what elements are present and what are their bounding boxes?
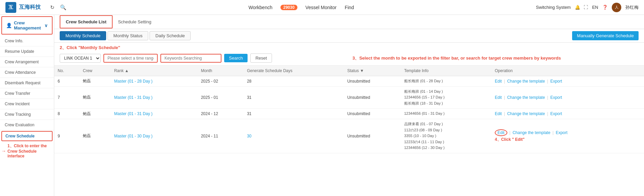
bell-icon[interactable]: 🔔 bbox=[575, 5, 580, 10]
table-header: No. Crew Rank ▲ Month Generate Schedule … bbox=[54, 66, 644, 76]
cell-month: 2025 - 01 bbox=[197, 86, 243, 109]
cell-operations: Edit | Change the template | Export bbox=[491, 76, 644, 87]
edit-link[interactable]: Edit bbox=[495, 111, 502, 116]
tab-monthly-status[interactable]: Monthly Status bbox=[108, 31, 148, 40]
logo-text: 互海科技 bbox=[19, 4, 41, 11]
cell-status: Unsubmitted bbox=[344, 109, 401, 119]
sidebar-item-crew-transfer[interactable]: Crew Transfer bbox=[0, 88, 54, 99]
workbench-link[interactable]: Workbench bbox=[249, 5, 273, 10]
vessel-select[interactable]: LINK OCEAN 1 bbox=[60, 54, 101, 63]
schedule-table: No. Crew Rank ▲ Month Generate Schedule … bbox=[54, 66, 644, 153]
arrow-icon: → bbox=[1, 148, 6, 154]
sidebar-header[interactable]: 👤 Crew Management ∨ bbox=[1, 16, 53, 35]
cell-rank: Master (01 - 30 Day ) bbox=[111, 119, 197, 153]
export-link[interactable]: Export bbox=[550, 111, 562, 116]
chevron-down-icon: ∨ bbox=[44, 23, 48, 28]
cell-days: 31 bbox=[243, 109, 344, 119]
col-no: No. bbox=[54, 66, 79, 76]
filter-bar: LINK OCEAN 1 Search Reset 3、Select the m… bbox=[54, 51, 644, 66]
sidebar-item-crew-evaluation[interactable]: Crew Evaluation bbox=[0, 120, 54, 130]
sidebar-item-resume-update[interactable]: Resume Update bbox=[0, 46, 54, 57]
cell-rank: Master (01 - 28 Day ) bbox=[111, 76, 197, 87]
col-status[interactable]: Status ▼ bbox=[344, 66, 401, 76]
cell-no: 7 bbox=[54, 86, 79, 109]
person-icon: 👤 bbox=[6, 23, 12, 28]
content-area: Crew Schedule List Schedule Setting Mont… bbox=[54, 15, 644, 196]
change-template-link[interactable]: Change the template bbox=[507, 95, 545, 100]
cell-template: 船长晚班 (01 - 28 Day ) bbox=[401, 76, 491, 87]
cell-status: Unsubmitted bbox=[344, 86, 401, 109]
help-icon[interactable]: ❓ bbox=[602, 5, 608, 10]
table-row: 8 鲍磊 Master (01 - 31 Day ) 2024 - 12 31 … bbox=[54, 109, 644, 119]
col-month: Month bbox=[197, 66, 243, 76]
nav-center: Workbench 29030 Vessel Monitor Find bbox=[73, 5, 529, 10]
cell-crew: 鲍磊 bbox=[79, 76, 111, 87]
main-layout: 👤 Crew Management ∨ Crew Info. Resume Up… bbox=[0, 15, 644, 196]
col-rank[interactable]: Rank ▲ bbox=[111, 66, 197, 76]
change-template-link[interactable]: Change the template bbox=[507, 111, 545, 116]
cell-no: 8 bbox=[54, 109, 79, 119]
find-link[interactable]: Find bbox=[345, 5, 354, 10]
edit-link-highlighted[interactable]: Edit bbox=[495, 129, 507, 136]
sidebar-item-disembark-request[interactable]: Disembark Request bbox=[0, 78, 54, 88]
edit-link[interactable]: Edit bbox=[495, 79, 502, 84]
export-link[interactable]: Export bbox=[556, 130, 568, 135]
cell-operations: Edit | Change the template | Export bbox=[491, 109, 644, 119]
cell-month: 2024 - 11 bbox=[197, 119, 243, 153]
export-link[interactable]: Export bbox=[550, 79, 562, 84]
cell-template: 品牌来看 (01 - 07 Day ) 112の23 (08 - 09 Day … bbox=[401, 119, 491, 153]
sidebar-item-crew-tracking[interactable]: Crew Tracking bbox=[0, 109, 54, 120]
logo-area[interactable]: 互 互海科技 bbox=[5, 2, 41, 13]
tab-monthly-schedule[interactable]: Monthly Schedule bbox=[60, 31, 106, 40]
cell-no: 6 bbox=[54, 76, 79, 87]
time-range-input[interactable] bbox=[103, 54, 158, 63]
table-body: 6 鲍磊 Master (01 - 28 Day ) 2025 - 02 28 … bbox=[54, 76, 644, 153]
cell-template: 12344656 (01 - 31 Day ) bbox=[401, 109, 491, 119]
cell-days: 30 bbox=[243, 119, 344, 153]
language-selector[interactable]: EN bbox=[592, 5, 598, 10]
monthly-annotation: 2、Click "Monthly Schedule" bbox=[54, 43, 644, 51]
sidebar-title: Crew Management bbox=[14, 20, 42, 30]
cell-days: 31 bbox=[243, 86, 344, 109]
top-nav: 互 互海科技 ↻ 🔍 Workbench 29030 Vessel Monito… bbox=[0, 0, 644, 15]
col-days: Generate Schedule Days bbox=[243, 66, 344, 76]
cell-month: 2024 - 12 bbox=[197, 109, 243, 119]
search-button[interactable]: Search bbox=[224, 54, 248, 62]
table-row: 6 鲍磊 Master (01 - 28 Day ) 2025 - 02 28 … bbox=[54, 76, 644, 87]
change-template-link[interactable]: Change the template bbox=[512, 130, 550, 135]
sidebar-item-crew-attendance[interactable]: Crew Attendance bbox=[0, 67, 54, 78]
filter-hint: 3、Select the month to be exported in the… bbox=[275, 55, 639, 61]
edit-link[interactable]: Edit bbox=[495, 95, 502, 100]
sidebar-item-crew-info[interactable]: Crew Info. bbox=[0, 36, 54, 46]
tab-daily-schedule[interactable]: Daily Schedule bbox=[150, 31, 191, 40]
manually-generate-button[interactable]: Manually Generate Schedule bbox=[572, 31, 639, 40]
avatar: 人 bbox=[612, 3, 621, 12]
nav-action-icons: 🔔 ⛶ bbox=[575, 5, 588, 10]
vessel-monitor-link[interactable]: Vessel Monitor bbox=[306, 5, 337, 10]
workbench-badge: 29030 bbox=[280, 5, 297, 10]
sidebar-item-crew-incident[interactable]: Crew Incident bbox=[0, 99, 54, 109]
system-switch[interactable]: Switching System bbox=[536, 5, 571, 10]
cell-no: 9 bbox=[54, 119, 79, 153]
sidebar-item-crew-arrangement[interactable]: Crew Arrangement bbox=[0, 57, 54, 67]
nav-icons: ↻ 🔍 bbox=[50, 4, 66, 10]
expand-icon[interactable]: ⛶ bbox=[584, 5, 588, 10]
change-template-link[interactable]: Change the template bbox=[507, 79, 545, 84]
step4-annotation: 4、Click " Edit" bbox=[495, 137, 641, 143]
col-crew: Crew bbox=[79, 66, 111, 76]
tabs-row1: Crew Schedule List Schedule Setting bbox=[54, 15, 644, 29]
logo-icon: 互 bbox=[5, 2, 16, 13]
cell-days: 28 bbox=[243, 76, 344, 87]
search-icon[interactable]: 🔍 bbox=[60, 4, 66, 10]
cell-rank: Master (01 - 31 Day ) bbox=[111, 109, 197, 119]
tab-crew-schedule-list[interactable]: Crew Schedule List bbox=[60, 15, 113, 28]
cell-month: 2025 - 02 bbox=[197, 76, 243, 87]
refresh-icon[interactable]: ↻ bbox=[50, 4, 55, 10]
keyword-search-input[interactable] bbox=[160, 54, 221, 63]
sidebar-item-crew-schedule[interactable]: Crew Schedule bbox=[1, 131, 53, 141]
tab-schedule-setting[interactable]: Schedule Setting bbox=[113, 16, 157, 28]
export-link[interactable]: Export bbox=[550, 95, 562, 100]
step1-annotation: 1、Click to enter the Crew Schedule inter… bbox=[7, 143, 53, 158]
cell-status: Unsubmitted bbox=[344, 76, 401, 87]
reset-button[interactable]: Reset bbox=[250, 53, 272, 63]
